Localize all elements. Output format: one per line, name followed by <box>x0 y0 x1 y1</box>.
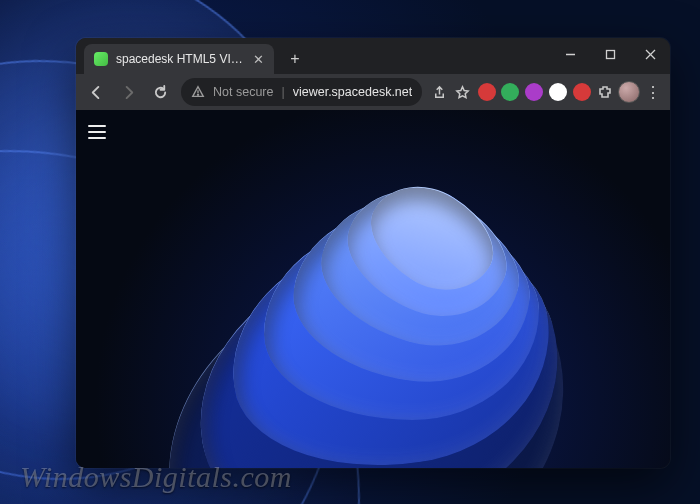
url-text: viewer.spacedesk.net <box>293 85 413 99</box>
minimize-button[interactable] <box>550 40 590 68</box>
security-label: Not secure <box>213 85 273 99</box>
extension-1[interactable] <box>476 81 498 103</box>
extension-5[interactable] <box>571 81 593 103</box>
bookmark-icon[interactable] <box>452 81 474 103</box>
browser-window: spacedesk HTML5 VIEWER ✕ + Not secure | … <box>76 38 670 468</box>
share-icon[interactable] <box>428 81 450 103</box>
browser-toolbar: Not secure | viewer.spacedesk.net ⋮ <box>76 74 670 110</box>
extension-4[interactable] <box>547 81 569 103</box>
titlebar: spacedesk HTML5 VIEWER ✕ + <box>76 38 670 74</box>
forward-button[interactable] <box>114 77 144 107</box>
address-bar[interactable]: Not secure | viewer.spacedesk.net <box>181 78 422 106</box>
browser-menu-icon[interactable]: ⋮ <box>642 81 664 103</box>
tab-title: spacedesk HTML5 VIEWER <box>116 52 245 66</box>
profile-avatar[interactable] <box>618 81 640 103</box>
window-controls <box>550 40 670 68</box>
maximize-button[interactable] <box>590 40 630 68</box>
hamburger-menu-icon[interactable] <box>88 120 112 144</box>
extensions-menu-icon[interactable] <box>594 81 616 103</box>
back-button[interactable] <box>82 77 112 107</box>
browser-tab[interactable]: spacedesk HTML5 VIEWER ✕ <box>84 44 274 74</box>
close-tab-icon[interactable]: ✕ <box>253 52 264 67</box>
close-window-button[interactable] <box>630 40 670 68</box>
svg-point-5 <box>197 94 198 95</box>
reload-button[interactable] <box>145 77 175 107</box>
remote-desktop-wallpaper <box>76 110 670 468</box>
svg-rect-1 <box>606 50 614 58</box>
page-viewport <box>76 110 670 468</box>
extension-3[interactable] <box>523 81 545 103</box>
not-secure-icon <box>191 85 205 99</box>
extension-2[interactable] <box>499 81 521 103</box>
tab-favicon <box>94 52 108 66</box>
new-tab-button[interactable]: + <box>282 46 308 72</box>
